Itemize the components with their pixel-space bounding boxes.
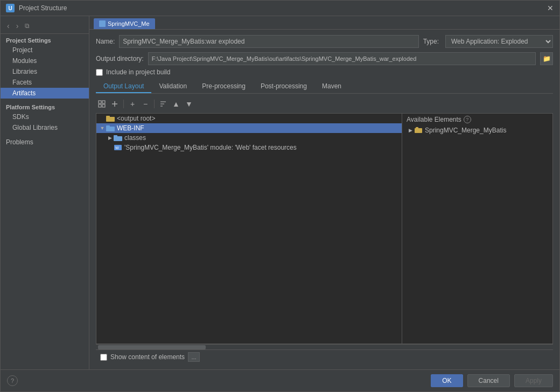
nav-bar: ‹ › ⧉ xyxy=(1,18,89,34)
expand-all-button[interactable] xyxy=(109,98,121,110)
tab-output-layout[interactable]: Output Layout xyxy=(96,80,151,93)
sort-button[interactable] xyxy=(157,98,169,110)
avail-item-springmvc[interactable]: ▶ SpringMVC_Merge_MyBatis xyxy=(402,125,552,135)
svg-rect-0 xyxy=(99,101,101,103)
bottom-bar: Show content of elements ... xyxy=(96,349,553,364)
tree-available-container: <output root> ▼ WEB-INF xyxy=(96,113,553,344)
show-content-row: Show content of elements ... xyxy=(100,352,200,362)
svg-rect-11 xyxy=(106,127,115,131)
toolbar-sep-2 xyxy=(154,100,155,108)
available-label: Available Elements xyxy=(407,116,461,123)
tab-maven[interactable]: Maven xyxy=(314,80,349,93)
svg-rect-9 xyxy=(106,117,115,122)
type-select[interactable]: Web Application: Exploded xyxy=(445,35,553,48)
horizontal-scrollbar[interactable] xyxy=(96,344,553,349)
sidebar-item-facets[interactable]: Facets xyxy=(1,77,89,88)
cancel-button[interactable]: Cancel xyxy=(467,374,510,387)
avail-expand-springmvc[interactable]: ▶ xyxy=(407,127,414,134)
sidebar: ‹ › ⧉ Project Settings Project Modules L… xyxy=(1,16,89,369)
expand-icon-web-inf[interactable]: ▼ xyxy=(99,124,106,132)
sort-icon xyxy=(159,100,167,108)
tree-item-web-inf[interactable]: ▼ WEB-INF xyxy=(96,123,402,133)
artifact-tab-bar: SpringMVC_Me xyxy=(89,16,559,30)
tab-post-processing[interactable]: Post-processing xyxy=(253,80,314,93)
include-build-checkbox[interactable] xyxy=(96,69,103,76)
root-folder-icon xyxy=(106,115,115,122)
show-content-checkbox[interactable] xyxy=(100,354,107,361)
sidebar-item-artifacts[interactable]: Artifacts xyxy=(1,88,89,99)
sidebar-item-problems[interactable]: Problems xyxy=(1,135,89,148)
svg-text:W: W xyxy=(115,146,119,150)
svg-rect-13 xyxy=(114,136,122,141)
type-label: Type: xyxy=(423,38,439,45)
scroll-thumb[interactable] xyxy=(98,345,206,349)
status-area: ? xyxy=(7,375,426,386)
svg-rect-12 xyxy=(106,125,110,127)
move-up-button[interactable]: ▲ xyxy=(170,98,182,110)
available-help-icon[interactable]: ? xyxy=(464,116,471,123)
expand-icon-facet xyxy=(106,144,114,151)
ok-button[interactable]: OK xyxy=(431,374,463,387)
svg-rect-18 xyxy=(416,127,418,129)
close-button[interactable]: ✕ xyxy=(547,4,554,12)
title-bar-left: U Project Structure xyxy=(6,4,67,12)
name-input[interactable] xyxy=(119,35,418,48)
add-button[interactable]: + xyxy=(127,98,138,110)
right-content: SpringMVC_Me Name: Type: Web Application… xyxy=(89,16,559,369)
tree-item-output-root-text: <output root> xyxy=(117,115,155,122)
show-content-button[interactable] xyxy=(96,98,108,110)
sidebar-item-sdks[interactable]: SDKs xyxy=(1,111,89,122)
tree-panel: <output root> ▼ WEB-INF xyxy=(96,113,402,344)
copy-button[interactable]: ⧉ xyxy=(23,21,32,31)
facet-resource-icon: W xyxy=(114,144,122,151)
show-content-label: Show content of elements xyxy=(110,353,185,361)
help-button[interactable]: ? xyxy=(7,375,18,386)
output-directory-row: Output directory: 📁 xyxy=(96,52,553,65)
classes-folder-icon xyxy=(114,135,122,141)
show-content-icon xyxy=(98,100,106,108)
name-row: Name: Type: Web Application: Exploded xyxy=(96,35,553,48)
include-build-row: Include in project build xyxy=(96,68,553,76)
tree-item-classes[interactable]: ▶ classes xyxy=(96,133,402,143)
output-directory-input[interactable] xyxy=(148,52,536,65)
main-content: ‹ › ⧉ Project Settings Project Modules L… xyxy=(1,16,559,369)
svg-rect-14 xyxy=(114,135,117,137)
output-directory-label: Output directory: xyxy=(96,55,144,62)
sidebar-item-libraries[interactable]: Libraries xyxy=(1,66,89,77)
svg-rect-3 xyxy=(102,104,105,107)
available-header: Available Elements ? xyxy=(402,114,552,125)
project-structure-dialog: U Project Structure ✕ ‹ › ⧉ Project Sett… xyxy=(0,0,560,392)
apply-button[interactable]: Apply xyxy=(514,374,553,387)
name-label: Name: xyxy=(96,38,115,45)
tab-pre-processing[interactable]: Pre-processing xyxy=(194,80,253,93)
forward-button[interactable]: › xyxy=(14,20,21,31)
svg-rect-2 xyxy=(99,104,101,107)
tree-item-classes-text: classes xyxy=(124,134,146,142)
artifact-tab-icon xyxy=(99,20,106,27)
available-panel: Available Elements ? ▶ SpringMVC_Merge_M… xyxy=(402,113,553,344)
tree-item-facet-resources[interactable]: W 'SpringMVC_Merge_MyBatis' module: 'Web… xyxy=(96,143,402,152)
include-build-label: Include in project build xyxy=(106,68,170,76)
tree-item-web-inf-text: WEB-INF xyxy=(117,124,144,132)
tree-item-output-root[interactable]: <output root> xyxy=(96,114,402,123)
artifact-tab-label: SpringMVC_Me xyxy=(108,20,150,27)
move-down-button[interactable]: ▼ xyxy=(183,98,195,110)
svg-rect-1 xyxy=(102,101,105,103)
sidebar-item-modules[interactable]: Modules xyxy=(1,55,89,66)
content-panel: Name: Type: Web Application: Exploded Ou… xyxy=(89,30,559,369)
sub-tabs: Output Layout Validation Pre-processing … xyxy=(96,80,553,94)
expand-icon-output-root xyxy=(99,115,106,122)
platform-settings-label: Platform Settings xyxy=(1,99,89,111)
expand-icon-classes[interactable]: ▶ xyxy=(106,134,114,142)
ellipsis-button[interactable]: ... xyxy=(188,352,200,362)
artifact-tab[interactable]: SpringMVC_Me xyxy=(94,18,155,29)
back-button[interactable]: ‹ xyxy=(5,20,12,31)
remove-button[interactable]: − xyxy=(139,98,151,110)
tab-validation[interactable]: Validation xyxy=(151,80,194,93)
sidebar-item-global-libraries[interactable]: Global Libraries xyxy=(1,122,89,133)
title-bar-controls: ✕ xyxy=(547,4,554,12)
tree-toolbar: + − ▲ ▼ xyxy=(96,97,553,111)
browse-directory-button[interactable]: 📁 xyxy=(540,52,553,65)
sidebar-item-project[interactable]: Project xyxy=(1,45,89,55)
dialog-footer: ? OK Cancel Apply xyxy=(1,369,559,391)
